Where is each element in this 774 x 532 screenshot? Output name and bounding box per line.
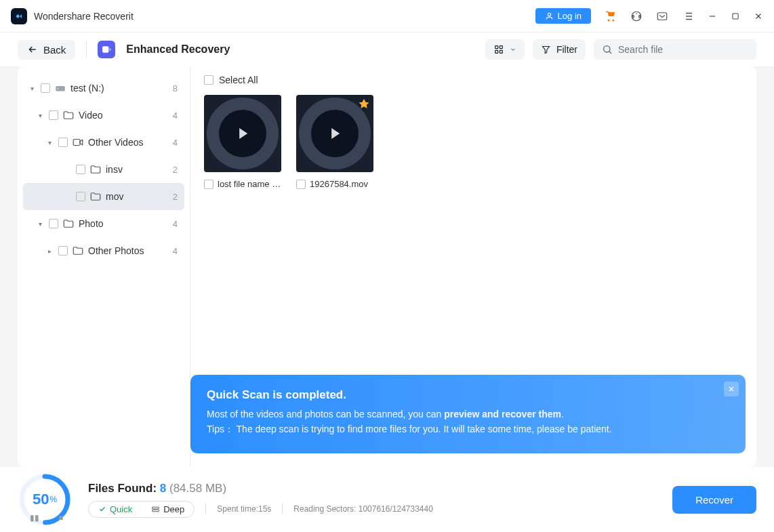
search-icon <box>602 44 613 55</box>
support-icon[interactable] <box>630 10 643 22</box>
notification-close-button[interactable] <box>724 382 739 396</box>
thumbnail-grid: lost file name (...19267584.mov <box>204 95 743 189</box>
chevron-icon[interactable]: ▾ <box>27 85 37 92</box>
tree-count: 8 <box>173 83 180 94</box>
svg-rect-17 <box>152 507 159 509</box>
recover-button[interactable]: Recover <box>672 486 756 514</box>
select-all-row[interactable]: Select All <box>204 75 743 85</box>
back-button[interactable]: Back <box>18 40 75 60</box>
tree-item-test-n-[interactable]: ▾test (N:)8 <box>23 75 184 102</box>
video-icon <box>72 136 84 148</box>
view-toggle-button[interactable] <box>485 39 525 60</box>
enhanced-recovery-icon <box>98 41 115 58</box>
tree-item-other-photos[interactable]: ▸Other Photos4 <box>23 237 184 264</box>
file-name: lost file name (... <box>218 179 281 189</box>
footer: 50% Files Found: 8 (84.58 MB) Quick Deep… <box>0 467 774 532</box>
tree-count: 4 <box>173 110 180 121</box>
mail-icon[interactable] <box>656 10 668 22</box>
footer-info: Files Found: 8 (84.58 MB) Quick Deep Spe… <box>88 482 433 518</box>
minimize-icon[interactable] <box>708 12 717 21</box>
tree-label: test (N:) <box>70 83 173 94</box>
tree-count: 2 <box>173 192 180 202</box>
svg-rect-5 <box>733 13 738 18</box>
thumbnail-image[interactable] <box>296 95 373 172</box>
drive-icon <box>54 82 66 94</box>
tree-count: 4 <box>173 246 180 256</box>
tree-item-video[interactable]: ▾Video4 <box>23 102 184 129</box>
svg-rect-10 <box>500 50 502 53</box>
svg-rect-18 <box>152 510 159 512</box>
tree-label: Video <box>79 110 173 121</box>
file-name: 19267584.mov <box>310 179 368 189</box>
svg-point-0 <box>548 13 550 16</box>
file-checkbox[interactable] <box>296 180 306 189</box>
tree-checkbox[interactable] <box>49 219 58 228</box>
chevron-icon[interactable]: ▾ <box>45 139 54 146</box>
select-all-checkbox[interactable] <box>204 75 213 85</box>
tree-item-mov[interactable]: mov2 <box>23 183 184 210</box>
stop-scan-button[interactable]: ■ <box>58 513 63 523</box>
svg-rect-12 <box>56 86 65 91</box>
tree-count: 2 <box>173 165 180 175</box>
scan-play-controls: ▮▮ ■ <box>30 513 63 523</box>
app-logo <box>11 8 27 24</box>
maximize-icon[interactable] <box>731 12 740 21</box>
spent-time-label: Spent time:15s <box>217 504 271 514</box>
svg-rect-7 <box>495 46 498 49</box>
chevron-icon[interactable]: ▸ <box>45 247 54 255</box>
tree-checkbox[interactable] <box>49 110 58 120</box>
scan-mode-toggle[interactable]: Quick Deep <box>88 501 195 518</box>
notification-line2: Tips： The deep scan is trying to find mo… <box>207 424 729 436</box>
chevron-down-icon <box>510 46 516 53</box>
page-title: Enhanced Recovery <box>126 43 230 56</box>
app-title: Wondershare Recoverit <box>34 11 134 22</box>
tree-label: insv <box>106 164 173 175</box>
tree-item-other-videos[interactable]: ▾Other Videos4 <box>23 129 184 156</box>
svg-point-13 <box>58 88 59 89</box>
file-checkbox[interactable] <box>204 180 213 189</box>
notification-title: Quick Scan is completed. <box>207 388 729 402</box>
svg-rect-9 <box>495 50 498 53</box>
svg-rect-6 <box>102 46 108 52</box>
filter-button[interactable]: Filter <box>533 39 586 60</box>
folder-icon <box>72 245 84 257</box>
sidebar-tree: ▾test (N:)8▾Video4▾Other Videos4insv2mov… <box>18 66 190 467</box>
login-button[interactable]: Log in <box>535 8 591 24</box>
list-icon[interactable] <box>682 10 694 22</box>
svg-rect-14 <box>73 140 80 146</box>
chevron-icon[interactable]: ▾ <box>35 220 45 228</box>
content-area: Select All lost file name (...19267584.m… <box>190 66 756 467</box>
thumbnail-image[interactable] <box>204 95 281 172</box>
tree-checkbox[interactable] <box>76 165 85 174</box>
play-icon <box>331 128 340 139</box>
tree-label: Other Photos <box>88 245 173 256</box>
quick-scan-option[interactable]: Quick <box>89 502 142 517</box>
play-icon <box>239 128 247 139</box>
pause-scan-button[interactable]: ▮▮ <box>30 513 39 523</box>
folder-icon <box>62 218 75 230</box>
folder-icon <box>62 109 75 121</box>
search-wrap <box>594 39 756 60</box>
tree-checkbox[interactable] <box>41 83 50 93</box>
tree-checkbox[interactable] <box>58 138 68 147</box>
tree-checkbox[interactable] <box>58 246 68 255</box>
tree-checkbox[interactable] <box>76 192 85 201</box>
main-panel: ▾test (N:)8▾Video4▾Other Videos4insv2mov… <box>18 66 756 467</box>
file-thumbnail[interactable]: 19267584.mov <box>296 95 373 189</box>
cart-icon[interactable] <box>605 10 617 22</box>
reading-sectors-label: Reading Sectors: 1007616/124733440 <box>293 504 433 514</box>
search-input[interactable] <box>618 44 748 55</box>
tree-item-photo[interactable]: ▾Photo4 <box>23 210 184 237</box>
close-icon[interactable] <box>754 12 763 21</box>
tree-count: 4 <box>173 138 180 148</box>
tree-item-insv[interactable]: insv2 <box>23 156 184 183</box>
tree-label: Photo <box>79 218 173 229</box>
files-found-label: Files Found: 8 (84.58 MB) <box>88 482 433 495</box>
file-thumbnail[interactable]: lost file name (... <box>204 95 281 189</box>
chevron-icon[interactable]: ▾ <box>35 112 45 119</box>
divider <box>86 41 87 58</box>
scan-complete-notification: Quick Scan is completed. Most of the vid… <box>190 375 746 453</box>
titlebar: Wondershare Recoverit Log in <box>0 0 774 33</box>
tree-label: mov <box>106 191 173 202</box>
deep-scan-option[interactable]: Deep <box>142 502 194 517</box>
